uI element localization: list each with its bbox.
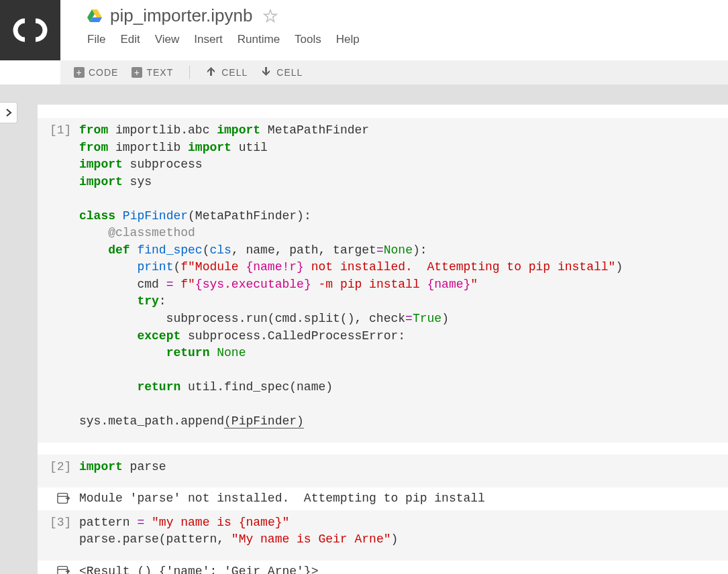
cell-down-button[interactable]: 🡫CELL (261, 66, 303, 78)
menu-runtime[interactable]: Runtime (238, 33, 280, 46)
menu-help[interactable]: Help (336, 33, 360, 46)
code-label: CODE (89, 67, 118, 78)
menu-bar: File Edit View Insert Runtime Tools Help (60, 27, 728, 53)
add-code-button[interactable]: +CODE (74, 67, 118, 78)
menu-view[interactable]: View (155, 33, 180, 46)
toolbar-divider (189, 66, 190, 79)
output-text: <Result () {'name': 'Geir Arne'}> (79, 563, 716, 574)
text-label: TEXT (146, 67, 173, 78)
code-content[interactable]: from importlib.abc import MetaPathFinder… (79, 122, 716, 431)
drive-icon (86, 8, 103, 24)
cell-prompt: [1] (50, 122, 79, 431)
cell-prompt: [3] (50, 514, 79, 549)
output-cell: <Result () {'name': 'Geir Arne'}> (38, 561, 728, 574)
toolbar: +CODE +TEXT 🡩CELL 🡫CELL (60, 60, 728, 84)
menu-tools[interactable]: Tools (295, 33, 321, 46)
arrow-up-icon: 🡩 (206, 66, 217, 78)
colab-logo (0, 0, 60, 60)
code-cell[interactable]: [2]import parse (38, 455, 728, 488)
workspace: [1]from importlib.abc import MetaPathFin… (0, 84, 728, 574)
svg-rect-2 (58, 567, 68, 574)
colab-logo-icon (11, 18, 49, 42)
menu-insert[interactable]: Insert (194, 33, 223, 46)
output-icon (50, 490, 79, 508)
arrow-down-icon: 🡫 (261, 66, 272, 78)
cell-up-button[interactable]: 🡩CELL (206, 66, 248, 78)
star-icon[interactable] (263, 9, 278, 23)
sidebar-toggle[interactable] (0, 102, 17, 123)
title-row: pip_importer.ipynb (60, 0, 728, 27)
cell-down-label: CELL (276, 67, 303, 78)
cell-up-label: CELL (221, 67, 248, 78)
menu-edit[interactable]: Edit (120, 33, 140, 46)
header: pip_importer.ipynb File Edit View Insert… (0, 0, 728, 60)
plus-icon: + (132, 67, 142, 78)
code-content[interactable]: pattern = "my name is {name}" parse.pars… (79, 514, 716, 549)
output-text: Module 'parse' not installed. Attempting… (79, 490, 716, 508)
code-content[interactable]: import parse (79, 459, 716, 476)
menu-file[interactable]: File (87, 33, 105, 46)
add-text-button[interactable]: +TEXT (132, 67, 173, 78)
chevron-right-icon (5, 109, 12, 117)
plus-icon: + (74, 67, 85, 78)
cell-prompt: [2] (50, 459, 79, 476)
output-cell: Module 'parse' not installed. Attempting… (38, 487, 728, 510)
code-cell[interactable]: [1]from importlib.abc import MetaPathFin… (38, 118, 728, 443)
notebook-title[interactable]: pip_importer.ipynb (110, 5, 252, 26)
notebook: [1]from importlib.abc import MetaPathFin… (38, 105, 728, 574)
output-icon (50, 563, 79, 574)
code-cell[interactable]: [3]pattern = "my name is {name}" parse.p… (38, 510, 728, 561)
